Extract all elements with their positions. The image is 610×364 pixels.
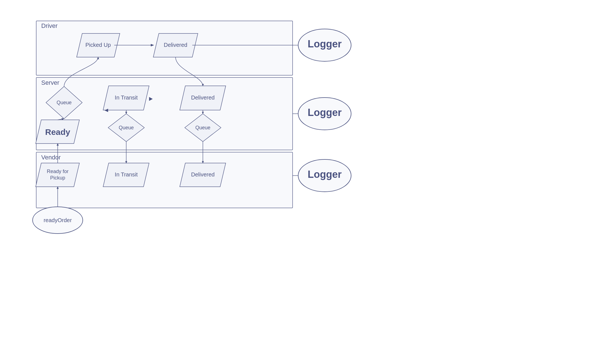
driver-pickedup-node: Picked Up: [77, 33, 120, 57]
server-ready-label: Ready: [45, 127, 70, 137]
driver-delivered-node: Delivered: [153, 33, 198, 57]
readyorder-label: readyOrder: [43, 217, 72, 223]
server-ready-node: Ready: [36, 120, 79, 144]
server-delivered-label: Delivered: [191, 94, 215, 101]
logger2-label: Logger: [308, 107, 342, 118]
server-queue3-label: Queue: [195, 125, 210, 130]
vendor-delivered-label: Delivered: [191, 171, 215, 178]
flow-diagram: Driver Picked Up Delivered Logger Server…: [0, 0, 610, 364]
logger3-label: Logger: [308, 169, 342, 180]
server-intransit-label: In Transit: [115, 94, 138, 101]
vendor-delivered-node: Delivered: [180, 163, 226, 187]
vendor-readyforpickup-node: Ready for Pickup: [36, 163, 79, 187]
driver-lane-label: Driver: [41, 22, 58, 29]
server-delivered-node: Delivered: [180, 86, 226, 110]
driver-delivered-label: Delivered: [164, 42, 187, 48]
server-queue1-label: Queue: [57, 100, 72, 105]
vendor-intransit-label: In Transit: [115, 171, 138, 178]
driver-pickedup-label: Picked Up: [85, 42, 111, 48]
diagram-container: Driver Picked Up Delivered Logger Server…: [0, 0, 610, 364]
vendor-readyforpickup-label2: Pickup: [50, 175, 65, 181]
server-queue2-label: Queue: [119, 125, 134, 130]
server-intransit-node: In Transit: [103, 86, 149, 110]
vendor-intransit-node: In Transit: [103, 163, 149, 187]
logger1-label: Logger: [308, 38, 342, 50]
server-lane-label: Server: [41, 79, 59, 86]
vendor-readyforpickup-label: Ready for: [47, 169, 69, 174]
